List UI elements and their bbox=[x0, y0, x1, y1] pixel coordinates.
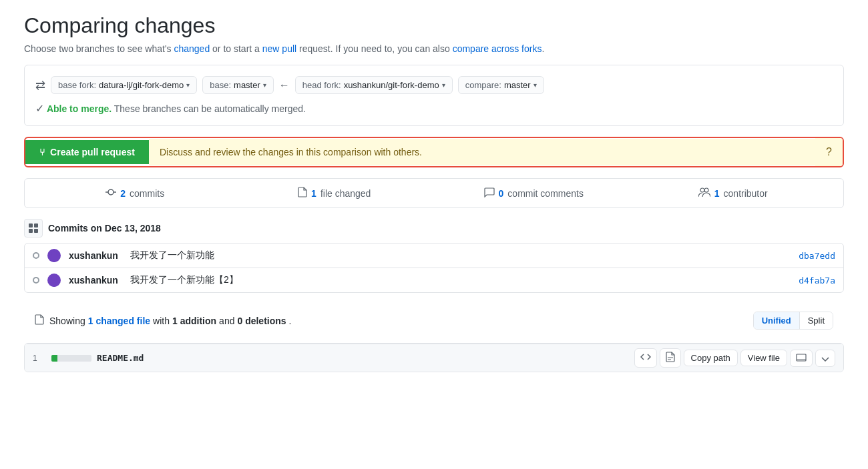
additions-text: 1 addition bbox=[172, 316, 216, 326]
head-fork-select[interactable]: head fork: xushankun/git-fork-demo ▾ bbox=[295, 76, 453, 94]
base-value: master bbox=[234, 80, 260, 90]
contributors-count-link[interactable]: 1 bbox=[714, 188, 720, 199]
commit-hash-link[interactable]: d4fab7a bbox=[799, 276, 835, 286]
diff-summary-row: Showing 1 changed file with 1 addition a… bbox=[24, 306, 844, 335]
create-pr-help-icon[interactable]: ? bbox=[815, 138, 843, 166]
display-button[interactable] bbox=[790, 350, 813, 367]
comments-icon bbox=[484, 187, 495, 199]
commit-dot bbox=[33, 277, 39, 284]
table-row: xushankun 我开发了一个新功能【2】 d4fab7a bbox=[25, 268, 843, 292]
commit-dot bbox=[33, 252, 39, 259]
compare-value: master bbox=[504, 80, 531, 90]
commit-author: xushankun bbox=[69, 250, 122, 261]
deletions-text: 0 deletions bbox=[237, 316, 286, 326]
contributors-label: contributor bbox=[724, 188, 768, 199]
diff-section: 1 README.md Copy path View file bbox=[24, 343, 844, 372]
period: . bbox=[289, 316, 292, 326]
compare-branch-select[interactable]: compare: master ▾ bbox=[458, 76, 544, 94]
able-to-merge-label: Able to merge. bbox=[47, 103, 112, 114]
commit-message: 我开发了一个新功能 bbox=[130, 250, 791, 262]
diff-filename: README.md bbox=[97, 353, 144, 363]
comments-count-link[interactable]: 0 bbox=[499, 188, 504, 199]
svg-point-0 bbox=[108, 189, 114, 195]
svg-rect-7 bbox=[29, 229, 33, 233]
diff-summary: Showing 1 changed file with 1 addition a… bbox=[24, 306, 844, 335]
svg-rect-6 bbox=[34, 223, 38, 227]
commits-label: commits bbox=[130, 188, 164, 199]
create-pr-description: Discuss and review the changes in this c… bbox=[149, 139, 815, 165]
svg-point-12 bbox=[49, 282, 59, 287]
diff-file-line-number: 1 bbox=[33, 354, 46, 363]
branch-selectors: ⇄ base fork: datura-lj/git-fork-demo ▾ b… bbox=[35, 76, 833, 94]
files-icon bbox=[298, 187, 307, 199]
branch-compare-icon: ⇄ bbox=[35, 78, 45, 93]
copy-path-button[interactable]: Copy path bbox=[684, 350, 738, 366]
files-count-link[interactable]: 1 bbox=[311, 188, 316, 199]
direction-arrow: ← bbox=[279, 79, 290, 91]
table-row: xushankun 我开发了一个新功能 dba7edd bbox=[25, 244, 843, 268]
comments-stat: 0 commit comments bbox=[434, 187, 634, 199]
merge-description: These branches can be automatically merg… bbox=[114, 103, 306, 114]
compare-chevron: ▾ bbox=[533, 81, 537, 89]
merge-checkmark: ✓ bbox=[35, 103, 44, 114]
svg-point-11 bbox=[51, 276, 57, 281]
view-toggle: Unified Split bbox=[753, 312, 833, 330]
svg-point-10 bbox=[49, 258, 59, 262]
view-file-button[interactable]: View file bbox=[740, 350, 787, 366]
base-branch-select[interactable]: base: master ▾ bbox=[202, 76, 274, 94]
page-title: Comparing changes bbox=[24, 13, 844, 38]
new-pull-link[interactable]: new pull bbox=[262, 43, 296, 54]
head-fork-chevron: ▾ bbox=[442, 81, 445, 89]
diff-file-header: 1 README.md Copy path View file bbox=[25, 344, 843, 372]
with-text: with bbox=[153, 316, 170, 326]
stats-bar: 2 commits 1 file changed 0 commit commen… bbox=[24, 178, 844, 208]
svg-point-4 bbox=[704, 188, 708, 192]
head-fork-label: head fork: bbox=[302, 80, 341, 90]
base-label: base: bbox=[210, 80, 231, 90]
commit-author: xushankun bbox=[69, 275, 122, 286]
split-view-button[interactable]: Split bbox=[800, 312, 833, 329]
commits-count-link[interactable]: 2 bbox=[120, 188, 126, 199]
contributors-stat: 1 contributor bbox=[634, 187, 833, 199]
svg-rect-5 bbox=[29, 223, 33, 227]
base-fork-chevron: ▾ bbox=[186, 81, 190, 89]
changed-link[interactable]: changed bbox=[174, 43, 210, 54]
avatar bbox=[47, 249, 61, 262]
files-stat: 1 file changed bbox=[235, 187, 435, 199]
create-pr-section: ⑂ Create pull request Discuss and review… bbox=[24, 137, 844, 167]
commit-hash-link[interactable]: dba7edd bbox=[799, 251, 835, 261]
commits-stat: 2 commits bbox=[35, 187, 235, 199]
svg-rect-8 bbox=[34, 229, 38, 233]
files-label: file changed bbox=[320, 188, 371, 199]
unified-view-button[interactable]: Unified bbox=[754, 312, 800, 329]
doc-view-button[interactable] bbox=[660, 348, 681, 368]
diff-progress-bar bbox=[51, 355, 91, 362]
base-fork-value: datura-lj/git-fork-demo bbox=[99, 80, 184, 90]
svg-point-9 bbox=[51, 251, 57, 256]
compare-box: ⇄ base fork: datura-lj/git-fork-demo ▾ b… bbox=[24, 65, 844, 126]
base-fork-select[interactable]: base fork: datura-lj/git-fork-demo ▾ bbox=[51, 76, 197, 94]
commit-list: xushankun 我开发了一个新功能 dba7edd xushankun 我开… bbox=[24, 243, 844, 293]
showing-text: Showing bbox=[49, 316, 85, 326]
head-fork-value: xushankun/git-fork-demo bbox=[344, 80, 439, 90]
create-pr-icon: ⑂ bbox=[39, 147, 45, 157]
avatar bbox=[47, 274, 61, 287]
merge-status: ✓ Able to merge. These branches can be a… bbox=[35, 102, 833, 115]
diff-progress-fill bbox=[51, 355, 57, 362]
commits-section: Commits on Dec 13, 2018 xushankun 我开发了一个… bbox=[24, 219, 844, 293]
base-fork-label: base fork: bbox=[58, 80, 96, 90]
code-view-button[interactable] bbox=[634, 348, 657, 368]
create-pull-request-button[interactable]: ⑂ Create pull request bbox=[25, 140, 149, 164]
expand-button[interactable] bbox=[815, 350, 835, 367]
comments-label: commit comments bbox=[507, 188, 584, 199]
changed-file-count-link[interactable]: 1 changed file bbox=[88, 316, 150, 326]
diff-actions: Copy path View file bbox=[634, 348, 835, 368]
base-chevron: ▾ bbox=[263, 81, 266, 89]
compare-label: compare: bbox=[465, 80, 501, 90]
diff-file-icon bbox=[35, 314, 44, 327]
contributors-icon bbox=[698, 187, 710, 199]
svg-point-3 bbox=[700, 188, 704, 192]
commits-date: Commits on Dec 13, 2018 bbox=[48, 223, 161, 233]
compare-across-forks-link[interactable]: compare across forks bbox=[453, 43, 542, 54]
commits-avatar-group bbox=[24, 219, 43, 238]
